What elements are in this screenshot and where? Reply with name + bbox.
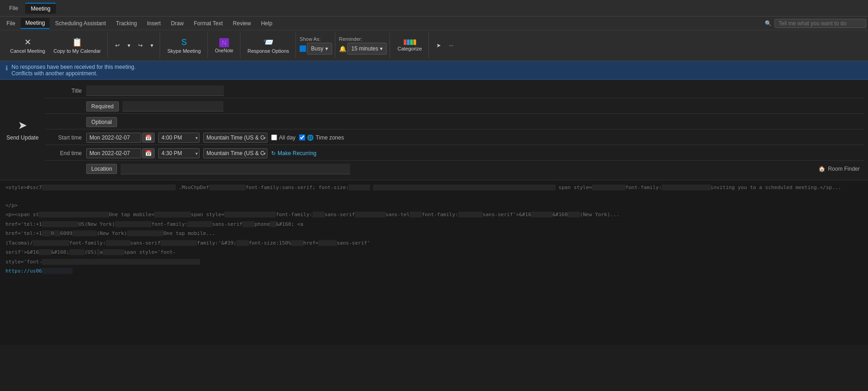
body-line-3: <p><span st███████████████████████One ta… — [6, 211, 862, 219]
ribbon-group-undo-redo: ↩ ▾ ↪ ▾ — [109, 33, 160, 58]
onenote-button[interactable]: N OneNote — [211, 34, 237, 57]
required-button[interactable]: Required — [86, 101, 119, 112]
search-icon: 🔍 — [765, 20, 772, 27]
tab-file[interactable]: File — [4, 3, 23, 13]
body-empty-1 — [6, 194, 862, 200]
title-input[interactable] — [86, 85, 224, 96]
brightness-button[interactable]: ➤ — [433, 39, 445, 52]
all-day-checkbox-label[interactable]: All day — [271, 134, 295, 141]
more-options-button[interactable]: ··· — [445, 39, 457, 52]
onenote-label: OneNote — [215, 48, 234, 53]
time-zones-checkbox[interactable] — [299, 134, 305, 140]
make-recurring-label: Make Recurring — [278, 150, 317, 156]
ribbon-search-area: 🔍 — [765, 19, 866, 28]
tab-meeting[interactable]: Meeting — [25, 3, 56, 14]
redo-button[interactable]: ↪ — [134, 39, 146, 52]
categorize-icon — [404, 39, 416, 45]
ribbon-tab-insert[interactable]: Insert — [142, 18, 165, 28]
ribbon-group-misc: ➤ ··· — [430, 33, 460, 58]
ribbon-tab-format-text[interactable]: Format Text — [189, 18, 227, 28]
location-input[interactable] — [121, 164, 350, 174]
form-fields: Title Required Optional Start time 📅 — [45, 84, 868, 176]
cancel-meeting-label: Cancel Meeting — [10, 48, 45, 54]
show-as-color-indicator — [300, 45, 306, 52]
send-update-button[interactable]: ➤ Send Update — [0, 84, 45, 176]
ribbon-tab-tracking[interactable]: Tracking — [111, 18, 142, 28]
time-zones-icon: 🌐 — [307, 134, 314, 141]
start-timezone-wrapper: Mountain Time (US & C — [203, 133, 267, 143]
start-date-field: 📅 — [86, 133, 155, 143]
make-recurring-button[interactable]: ↻ Make Recurring — [271, 150, 317, 156]
ribbon-group-skype: S Skype Meeting — [161, 33, 208, 58]
categorize-button[interactable]: Categorize — [394, 34, 425, 57]
ribbon-tab-scheduling[interactable]: Scheduling Assistant — [50, 18, 111, 28]
ribbon-tab-draw[interactable]: Draw — [166, 18, 188, 28]
ribbon-group-show-as: Show As: Busy ▾ — [297, 33, 335, 58]
body-line-4: href='tel:+1████████████US(New York)████… — [6, 221, 862, 229]
body-line-9[interactable]: https://us06██████████ — [6, 268, 862, 275]
ribbon-group-categorize: Categorize — [391, 33, 428, 58]
reminder-arrow-icon: ▾ — [380, 45, 383, 52]
info-line-2: Conflicts with another appointment. — [11, 70, 136, 77]
start-timezone-select[interactable]: Mountain Time (US & C — [203, 133, 267, 143]
info-icon: ℹ — [6, 64, 8, 72]
info-line-1: No responses have been received for this… — [11, 64, 136, 70]
end-date-calendar-icon[interactable]: 📅 — [142, 148, 155, 158]
ribbon-search-input[interactable] — [774, 19, 866, 28]
end-time-select[interactable]: 4:30 PM 5:00 PM — [158, 148, 200, 158]
end-timezone-select[interactable]: Mountain Time (US & C — [203, 148, 267, 158]
copy-to-calendar-button[interactable]: 📋 Copy to My Calendar — [50, 34, 104, 57]
reminder-value: 15 minutes — [351, 45, 378, 52]
body-line-6: (Tacoma)/████████████font-family:███████… — [6, 240, 862, 247]
time-zones-label: Time zones — [316, 134, 344, 141]
ribbon-tab-file[interactable]: File — [2, 18, 20, 28]
redo-dropdown-button[interactable]: ▾ — [147, 39, 157, 52]
onenote-icon: N — [219, 38, 228, 47]
undo-icon: ↩ — [115, 42, 120, 49]
ribbon: File Meeting Scheduling Assistant Tracki… — [0, 17, 868, 61]
show-as-value: Busy — [311, 45, 323, 52]
ribbon-tab-meeting[interactable]: Meeting — [21, 18, 50, 29]
optional-row: Optional — [45, 115, 864, 129]
ribbon-tab-review[interactable]: Review — [228, 18, 256, 28]
skype-meeting-button[interactable]: S Skype Meeting — [164, 34, 205, 57]
redo-icon: ↪ — [138, 42, 143, 49]
start-date-calendar-icon[interactable]: 📅 — [142, 133, 155, 143]
required-input[interactable] — [122, 101, 223, 112]
undo-dropdown-button[interactable]: ▾ — [124, 39, 134, 52]
info-banner: ℹ No responses have been received for th… — [0, 61, 868, 80]
show-as-dropdown[interactable]: Busy ▾ — [307, 43, 332, 55]
title-bar: File Meeting — [0, 0, 868, 17]
redo-dropdown-arrow-icon: ▾ — [150, 42, 153, 49]
start-time-row: Start time 📅 4:00 PM 4:30 PM 5:00 PM Mou… — [45, 130, 864, 145]
send-update-label: Send Update — [6, 134, 39, 141]
end-time-row: End time 📅 4:30 PM 5:00 PM Mountain Time… — [45, 146, 864, 161]
ribbon-group-response: 📨 Response Options — [241, 33, 296, 58]
end-time-label: End time — [45, 150, 86, 156]
body-line-5: href='tel:+1███0██6009████████(New York)… — [6, 230, 862, 238]
ribbon-tab-help[interactable]: Help — [256, 18, 277, 28]
body-area[interactable]: <style>#ssc7████████████████████████████… — [0, 180, 868, 345]
reminder-dropdown[interactable]: 15 minutes ▾ — [347, 43, 387, 55]
skype-meeting-label: Skype Meeting — [167, 48, 201, 54]
end-time-select-wrapper: 4:30 PM 5:00 PM — [158, 148, 200, 158]
all-day-checkbox[interactable] — [271, 134, 277, 140]
ribbon-group-onenote: N OneNote — [209, 33, 240, 58]
location-button[interactable]: Location — [86, 164, 117, 174]
optional-button[interactable]: Optional — [86, 117, 117, 127]
end-date-input[interactable] — [86, 148, 141, 158]
reminder-label: Reminder: — [339, 36, 387, 42]
categorize-label: Categorize — [397, 46, 422, 51]
start-date-input[interactable] — [86, 133, 141, 143]
undo-button[interactable]: ↩ — [111, 39, 123, 52]
room-finder-button[interactable]: 🏠 Room Finder — [814, 164, 864, 174]
body-line-1: <style>#ssc7████████████████████████████… — [6, 184, 862, 192]
location-row: Location 🏠 Room Finder — [45, 162, 864, 176]
start-time-content: 📅 4:00 PM 4:30 PM 5:00 PM Mountain Time … — [86, 133, 864, 143]
response-icon: 📨 — [263, 37, 273, 47]
time-zones-checkbox-label[interactable]: 🌐 Time zones — [299, 134, 344, 141]
cancel-meeting-button[interactable]: ✕ Cancel Meeting — [6, 34, 49, 57]
response-options-button[interactable]: 📨 Response Options — [244, 34, 293, 57]
room-finder-label: Room Finder — [828, 166, 860, 172]
start-time-select[interactable]: 4:00 PM 4:30 PM 5:00 PM — [158, 133, 200, 143]
